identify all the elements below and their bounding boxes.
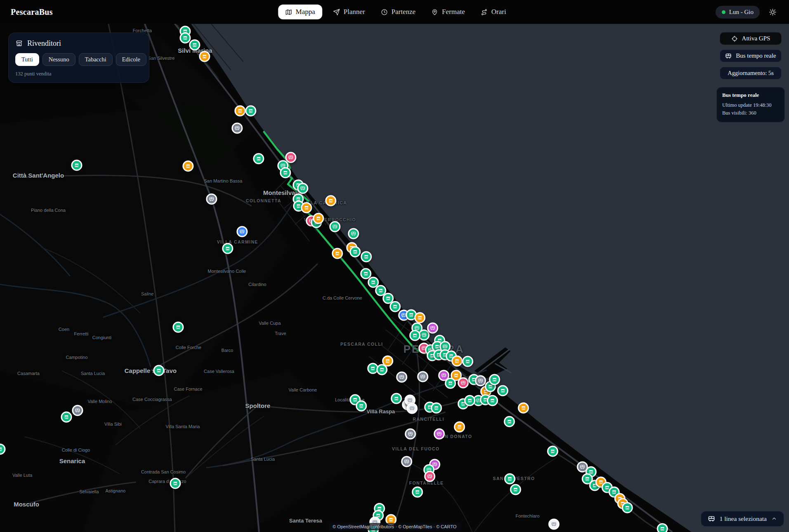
bus-info-last-update: Ultimo update 19:48:30: [722, 101, 779, 109]
filter-tutti[interactable]: Tutti: [15, 53, 39, 66]
gps-button[interactable]: Attiva GPS: [720, 32, 782, 45]
map-marker-store[interactable]: [518, 403, 529, 414]
schedule-badge[interactable]: Lun - Gio: [716, 6, 760, 19]
map-marker-store[interactable]: [0, 444, 6, 455]
map-marker-store[interactable]: [454, 422, 465, 433]
store-icon: [316, 216, 321, 221]
tab-partenze[interactable]: Partenze: [376, 5, 421, 19]
map-marker-store[interactable]: [412, 487, 423, 498]
map-marker-bus[interactable]: [232, 123, 243, 134]
map-marker-store[interactable]: [361, 251, 372, 262]
map-marker-bus[interactable]: [396, 372, 407, 383]
map-marker-store[interactable]: [415, 312, 426, 323]
map-marker-store[interactable]: [622, 502, 633, 513]
map-marker-bus[interactable]: [237, 226, 248, 237]
map-marker-store[interactable]: [390, 301, 401, 312]
map-marker-store[interactable]: [153, 365, 165, 376]
filter-tabacchi[interactable]: Tabacchi: [79, 53, 113, 66]
tab-planner[interactable]: Planner: [328, 5, 370, 19]
tab-fermate[interactable]: Fermate: [426, 5, 470, 19]
map-icon: [285, 9, 292, 16]
map-marker-store[interactable]: [445, 378, 456, 389]
map-marker-bus[interactable]: [348, 228, 359, 239]
map-marker-bus[interactable]: [475, 375, 486, 387]
map-marker-store[interactable]: [489, 374, 500, 385]
store-icon: [379, 367, 385, 373]
map-marker-store[interactable]: [547, 446, 558, 457]
map-marker-store[interactable]: [452, 356, 463, 367]
map-marker-bus[interactable]: [549, 519, 560, 530]
map-marker-store[interactable]: [504, 473, 516, 485]
map-marker-bus[interactable]: [72, 405, 83, 416]
map-marker-store[interactable]: [199, 51, 210, 62]
map-marker-store[interactable]: [657, 523, 668, 532]
map-marker-store[interactable]: [462, 356, 473, 367]
store-icon: [192, 42, 198, 48]
map-marker-store[interactable]: [510, 484, 521, 495]
map-marker-store[interactable]: [464, 395, 476, 406]
map-controls: Attiva GPS Bus tempo reale Aggiornamento…: [720, 32, 782, 80]
bus-icon: [410, 406, 415, 411]
map-pin-icon: [431, 9, 438, 16]
map-marker-bus[interactable]: [330, 221, 341, 232]
map-marker-bus[interactable]: [405, 429, 416, 440]
map-marker-store[interactable]: [356, 401, 367, 412]
store-icon: [389, 517, 394, 523]
store-icon: [500, 388, 506, 394]
filter-edicole[interactable]: Edicole: [116, 53, 146, 66]
map-marker-store[interactable]: [235, 105, 246, 117]
map-marker-store[interactable]: [391, 393, 402, 404]
store-icon: [353, 249, 358, 255]
tab-mappa[interactable]: Mappa: [278, 5, 322, 19]
selected-lines-button[interactable]: 1 linea selezionata: [701, 511, 784, 527]
map-marker-bus[interactable]: [297, 183, 309, 194]
map-marker-store[interactable]: [183, 161, 194, 172]
bus-icon: [478, 378, 483, 384]
map-marker-bus[interactable]: [206, 194, 217, 205]
map-marker-store[interactable]: [325, 195, 337, 206]
store-icon: [467, 398, 473, 403]
map-marker-store[interactable]: [253, 153, 264, 164]
map-marker-bus[interactable]: [285, 152, 297, 163]
map-marker-store[interactable]: [410, 330, 421, 341]
map-marker-bus[interactable]: [401, 456, 412, 467]
map-marker-store[interactable]: [189, 40, 200, 51]
map-marker-bus[interactable]: [427, 323, 438, 334]
map-marker-store[interactable]: [301, 202, 312, 213]
schedule-label: Lun - Gio: [729, 9, 754, 16]
map-marker-bus[interactable]: [434, 429, 445, 440]
map-marker-store[interactable]: [71, 160, 82, 171]
map-marker-store[interactable]: [173, 322, 184, 333]
map-marker-store[interactable]: [313, 213, 324, 224]
bus-realtime-toggle[interactable]: Bus tempo reale: [720, 49, 782, 62]
map-marker-store[interactable]: [180, 33, 191, 44]
map-marker-store[interactable]: [245, 105, 257, 117]
map-marker-store[interactable]: [280, 167, 291, 178]
map-marker-bus[interactable]: [458, 377, 469, 389]
map-marker-store[interactable]: [332, 248, 343, 259]
store-icon: [417, 315, 423, 321]
map-marker-bus[interactable]: [407, 403, 418, 414]
map-marker-bus[interactable]: [417, 371, 429, 382]
map-marker-store[interactable]: [61, 412, 72, 423]
tab-label: Partenze: [391, 8, 416, 16]
bus-info-visible: Bus visibili: 360: [722, 109, 779, 117]
map-marker-store[interactable]: [350, 246, 361, 258]
map-marker-store[interactable]: [497, 385, 509, 396]
map-marker-store[interactable]: [487, 395, 498, 406]
map-marker-store[interactable]: [504, 416, 515, 427]
theme-toggle-button[interactable]: [767, 7, 778, 18]
store-icon: [304, 205, 309, 211]
map-marker-store[interactable]: [222, 243, 233, 254]
tab-orari[interactable]: Orari: [476, 5, 511, 19]
route-icon: [480, 9, 488, 16]
map-marker-store[interactable]: [431, 403, 442, 414]
filter-nessuno[interactable]: Nessuno: [42, 53, 75, 66]
map-marker-store[interactable]: [170, 478, 181, 489]
map-marker-bus[interactable]: [424, 471, 436, 482]
store-icon: [454, 373, 459, 378]
bus-icon: [408, 431, 413, 437]
store-icon: [457, 424, 462, 430]
tab-label: Fermate: [442, 8, 465, 16]
map-marker-store[interactable]: [377, 364, 388, 375]
